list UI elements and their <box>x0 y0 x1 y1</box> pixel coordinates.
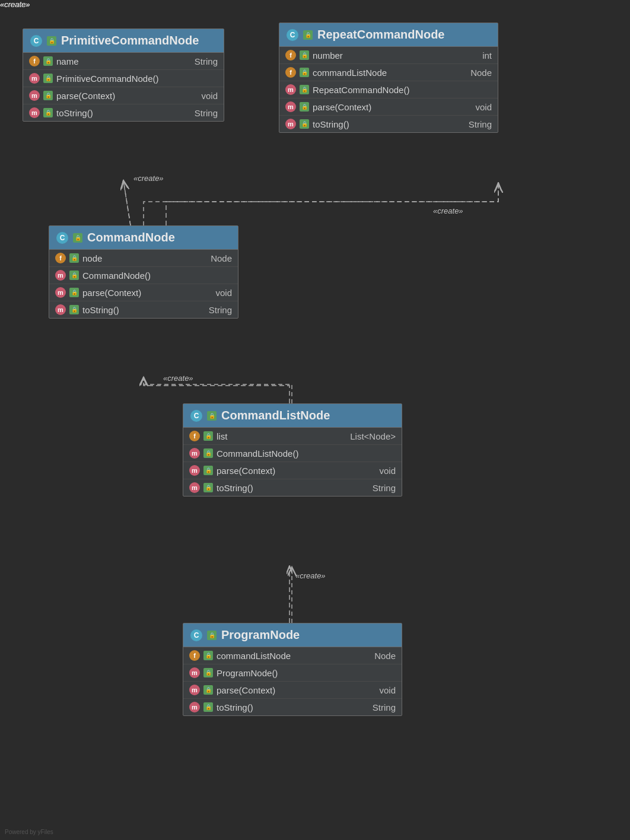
icon-method-m-tostring-command: m <box>55 304 66 315</box>
method-parse-program-type: void <box>379 685 396 695</box>
icon-method-m-pn: m <box>189 667 200 678</box>
class-header-command: C 🔒 CommandNode <box>49 226 238 250</box>
method-parse-primitive-label: parse(Context) <box>56 91 198 101</box>
icon-field-f-node: f <box>55 253 66 263</box>
icon-lock-green-program: 🔒 <box>207 631 217 640</box>
member-tostring-commandlist: m 🔒 toString() String <box>183 479 402 496</box>
member-list-field: f 🔒 list List<Node> <box>183 428 402 445</box>
method-constructor-commandlist-label: CommandListNode() <box>217 448 396 459</box>
method-tostring-primitive-label: toString() <box>56 108 191 118</box>
class-primitive-command-node: C 🔒 PrimitiveCommandNode f 🔒 name String… <box>23 28 224 122</box>
icon-method-m3: m <box>29 107 40 118</box>
method-constructor-program-label: ProgramNode() <box>217 668 396 678</box>
icon-lock-number: 🔒 <box>300 50 309 60</box>
icon-method-m-rcn: m <box>285 84 296 95</box>
icon-lock-m3: 🔒 <box>43 108 53 117</box>
class-title-primitive: PrimitiveCommandNode <box>61 34 199 47</box>
method-tostring-command-label: toString() <box>82 305 205 315</box>
method-tostring-primitive-type: String <box>195 108 218 118</box>
field-number-label: number <box>313 50 479 61</box>
icon-lock-m-parse-cln: 🔒 <box>203 466 213 475</box>
member-parse-repeat: m 🔒 parse(Context) void <box>279 98 498 116</box>
member-constructor-command: m 🔒 CommandNode() <box>49 267 238 284</box>
method-tostring-commandlist-label: toString() <box>217 483 369 493</box>
method-parse-commandlist-label: parse(Context) <box>217 466 376 476</box>
class-program-node: C 🔒 ProgramNode f 🔒 commandListNode Node… <box>183 623 402 716</box>
icon-method-m1: m <box>29 73 40 84</box>
arrow-commandlist-to-cmd <box>144 377 292 403</box>
arrow-cmd-to-primitive <box>123 181 131 225</box>
icon-lock-m-tostring-repeat: 🔒 <box>300 119 309 129</box>
icon-class-c-repeat: C <box>287 29 298 41</box>
class-command-node: C 🔒 CommandNode f 🔒 node Node m 🔒 Comman… <box>49 225 238 319</box>
icon-method-m-parse-repeat: m <box>285 101 296 112</box>
field-cln-program-type: Node <box>374 651 396 661</box>
create-label-primitive: «create» <box>133 174 164 183</box>
class-title-command: CommandNode <box>87 231 175 244</box>
member-constructor-primitive: m 🔒 PrimitiveCommandNode() <box>23 70 224 87</box>
icon-lock-green-command: 🔒 <box>73 233 82 243</box>
class-title-program: ProgramNode <box>221 628 300 642</box>
class-repeat-command-node: C 🔒 RepeatCommandNode f 🔒 number int f 🔒… <box>279 23 498 133</box>
field-list-type: List<Node> <box>350 431 396 441</box>
icon-field-f-number: f <box>285 50 296 61</box>
icon-lock-m-pn: 🔒 <box>203 668 213 677</box>
method-tostring-command-type: String <box>209 305 232 315</box>
icon-field-f: f <box>29 56 40 66</box>
icon-lock-list: 🔒 <box>203 431 213 441</box>
member-tostring-repeat: m 🔒 toString() String <box>279 116 498 132</box>
member-commandlistnode-field: f 🔒 commandListNode Node <box>279 64 498 81</box>
method-parse-primitive-type: void <box>201 91 218 101</box>
icon-lock-m-rcn: 🔒 <box>300 85 309 94</box>
field-list-label: list <box>217 431 346 441</box>
method-parse-command-type: void <box>215 288 232 298</box>
arrow-commandlistnode-to-commandnode <box>144 377 289 403</box>
method-tostring-program-label: toString() <box>217 702 369 712</box>
icon-lock-m-parse-repeat: 🔒 <box>300 102 309 112</box>
icon-method-m-cn: m <box>55 270 66 281</box>
icon-lock-m-cn: 🔒 <box>69 271 79 280</box>
member-tostring-command: m 🔒 toString() String <box>49 301 238 318</box>
field-name-label: name <box>56 56 191 66</box>
icon-method-m-tostring-pn: m <box>189 702 200 712</box>
method-tostring-repeat-label: toString() <box>313 119 465 129</box>
icon-lock-m1: 🔒 <box>43 74 53 83</box>
field-cln-program-label: commandListNode <box>217 651 371 661</box>
member-constructor-program: m 🔒 ProgramNode() <box>183 664 402 682</box>
method-parse-commandlist-type: void <box>379 466 396 476</box>
method-parse-command-label: parse(Context) <box>82 288 212 298</box>
diagram-canvas: «create» «create» «create» «create» «cre… <box>0 0 630 840</box>
icon-class-c-program: C <box>190 629 202 641</box>
class-header-program: C 🔒 ProgramNode <box>183 623 402 647</box>
class-title-repeat: RepeatCommandNode <box>317 28 444 42</box>
icon-lock-m-cln: 🔒 <box>203 448 213 458</box>
method-constructor-command-label: CommandNode() <box>82 271 232 281</box>
class-command-list-node: C 🔒 CommandListNode f 🔒 list List<Node> … <box>183 403 402 497</box>
method-parse-program-label: parse(Context) <box>217 685 376 695</box>
icon-field-f-cln-program: f <box>189 650 200 661</box>
field-node-label: node <box>82 253 207 263</box>
icon-field-f-list: f <box>189 431 200 441</box>
field-cln-type: Node <box>470 68 492 78</box>
icon-method-m-cln: m <box>189 448 200 459</box>
icon-lock-cln-program: 🔒 <box>203 651 213 660</box>
icon-method-m-tostring-repeat: m <box>285 119 296 129</box>
icon-lock-m-tostring-command: 🔒 <box>69 305 79 314</box>
method-tostring-commandlist-type: String <box>373 483 396 493</box>
label-create5: «create» <box>0 0 30 9</box>
arrow-commandnode-to-repeat <box>166 183 498 225</box>
member-node-field: f 🔒 node Node <box>49 250 238 267</box>
icon-class-c-commandlist: C <box>190 410 202 422</box>
member-parse-primitive: m 🔒 parse(Context) void <box>23 87 224 104</box>
icon-method-m-parse-command: m <box>55 287 66 298</box>
method-parse-repeat-type: void <box>475 102 492 112</box>
icon-lock-node: 🔒 <box>69 253 79 263</box>
icon-method-m-tostring-cln: m <box>189 482 200 493</box>
create-label-commandnode: «create» <box>163 374 193 383</box>
icon-lock-m-tostring-cln: 🔒 <box>203 483 213 492</box>
member-commandlistnode-program-field: f 🔒 commandListNode Node <box>183 647 402 664</box>
icon-lock-green: 🔒 <box>47 36 56 46</box>
icon-class-c-command: C <box>56 232 68 244</box>
icon-method-m-parse-cln: m <box>189 465 200 476</box>
member-constructor-repeat: m 🔒 RepeatCommandNode() <box>279 81 498 98</box>
